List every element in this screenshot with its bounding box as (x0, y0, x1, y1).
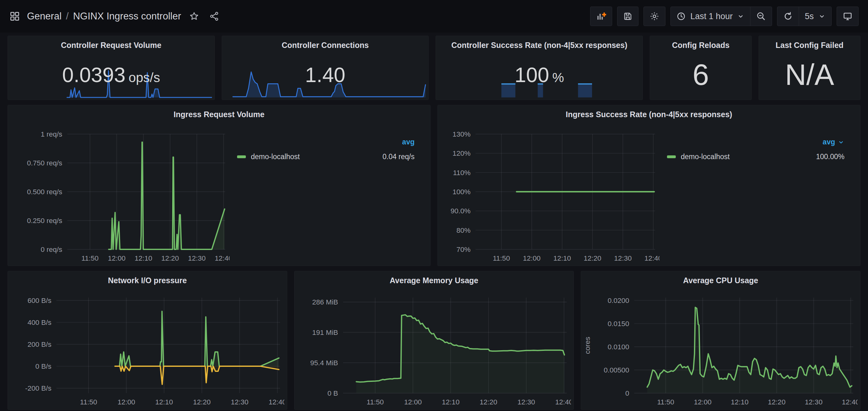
svg-text:12:10: 12:10 (442, 398, 459, 406)
svg-text:0.500 req/s: 0.500 req/s (27, 188, 62, 196)
dashboard-toolbar: Last 1 hour 5s (590, 7, 859, 26)
panel-average-memory-usage: Average Memory Usage 11:5012:0012:1012:2… (294, 271, 574, 410)
svg-text:191 MiB: 191 MiB (312, 329, 338, 337)
panel-title[interactable]: Controller Request Volume (8, 36, 215, 54)
svg-text:12:30: 12:30 (188, 254, 206, 262)
svg-text:12:40: 12:40 (644, 254, 659, 262)
refresh-button[interactable] (777, 7, 799, 26)
svg-text:12:40: 12:40 (842, 398, 858, 406)
svg-text:12:20: 12:20 (584, 254, 601, 262)
svg-text:12:30: 12:30 (805, 398, 823, 406)
panel-title[interactable]: Config Reloads (650, 36, 751, 54)
page-title[interactable]: NGINX Ingress controller (73, 11, 181, 22)
panel-ingress-success-rate: Ingress Success Rate (non-4|5xx response… (437, 105, 861, 266)
svg-text:11:50: 11:50 (657, 398, 674, 406)
refresh-icon (783, 11, 793, 21)
svg-text:12:00: 12:00 (404, 398, 422, 406)
timeseries-chart[interactable]: 11:5012:0012:1012:2012:3012:4000.005000.… (584, 289, 858, 408)
legend: avg demo-localhost 0.04 req/s (229, 124, 428, 264)
time-picker-group: Last 1 hour (671, 7, 772, 26)
svg-text:0.0150: 0.0150 (608, 320, 629, 328)
clock-icon (676, 11, 686, 21)
panel-config-reloads: Config Reloads 6 (650, 36, 752, 100)
refresh-interval-label: 5s (805, 11, 814, 21)
dashboard-settings-button[interactable] (644, 7, 665, 26)
panel-title[interactable]: Average CPU Usage (581, 271, 860, 289)
panel-title[interactable]: Average Memory Usage (294, 271, 574, 289)
legend: avg demo-localhost 100.00% (659, 124, 858, 264)
svg-text:12:20: 12:20 (480, 398, 497, 406)
panel-title[interactable]: Ingress Request Volume (8, 105, 430, 124)
timeseries-chart[interactable]: 11:5012:0012:1012:2012:3012:400 req/s0.2… (10, 124, 229, 264)
svg-text:400 B/s: 400 B/s (28, 318, 52, 327)
legend-avg-header[interactable]: avg (237, 138, 414, 146)
chevron-down-icon (737, 12, 744, 20)
series-name: demo-localhost (681, 152, 816, 161)
svg-text:11:50: 11:50 (82, 254, 99, 262)
timeseries-chart[interactable]: 11:5012:0012:1012:2012:3012:400 B95.4 Mi… (297, 289, 571, 408)
refresh-interval-picker[interactable]: 5s (799, 7, 831, 26)
series-avg-value: 100.00% (816, 152, 844, 161)
panel-controller-request-volume: Controller Request Volume 0.0393ops/s (7, 36, 215, 100)
legend-row[interactable]: demo-localhost 0.04 req/s (237, 152, 414, 161)
svg-text:12:20: 12:20 (161, 254, 179, 262)
legend-avg-header[interactable]: avg (667, 138, 844, 146)
svg-text:0 B/s: 0 B/s (35, 363, 52, 370)
add-panel-button[interactable] (590, 7, 612, 26)
svg-text:0.00500: 0.00500 (603, 366, 629, 374)
panel-controller-connections: Controller Connections 1.40 (222, 36, 429, 100)
svg-text:1 req/s: 1 req/s (41, 130, 62, 138)
panel-average-cpu-usage: Average CPU Usage 11:5012:0012:1012:2012… (581, 271, 861, 410)
svg-text:12:30: 12:30 (614, 254, 631, 262)
svg-text:12:10: 12:10 (155, 398, 173, 406)
svg-text:90.0%: 90.0% (451, 207, 471, 215)
panel-title[interactable]: Network I/O pressure (8, 271, 287, 289)
series-swatch (667, 156, 676, 158)
save-dashboard-button[interactable] (617, 7, 638, 26)
dashboard-grid: Controller Request Volume 0.0393ops/s Co… (0, 33, 868, 410)
svg-text:110%: 110% (453, 169, 471, 177)
svg-text:12:40: 12:40 (555, 398, 571, 406)
chevron-down-icon (818, 12, 826, 20)
breadcrumb: General / NGINX Ingress controller (27, 11, 181, 22)
star-icon[interactable] (189, 11, 199, 21)
svg-text:11:50: 11:50 (367, 398, 384, 406)
svg-text:100%: 100% (453, 188, 471, 196)
svg-text:200 B/s: 200 B/s (28, 341, 52, 348)
panel-last-config-failed: Last Config Failed N/A (758, 36, 861, 100)
panel-title[interactable]: Last Config Failed (759, 36, 860, 54)
stat-value: 6 (693, 58, 709, 92)
panel-title[interactable]: Ingress Success Rate (non-4|5xx response… (438, 105, 860, 124)
zoom-out-icon (756, 11, 766, 21)
time-range-picker[interactable]: Last 1 hour (671, 7, 750, 26)
series-avg-value: 0.04 req/s (382, 152, 414, 161)
svg-text:286 MiB: 286 MiB (312, 298, 338, 306)
svg-text:-200 B/s: -200 B/s (25, 384, 52, 392)
time-range-label: Last 1 hour (690, 11, 733, 21)
svg-text:80%: 80% (456, 227, 470, 234)
series-name: demo-localhost (251, 152, 382, 161)
legend-row[interactable]: demo-localhost 100.00% (667, 152, 844, 161)
breadcrumb-separator: / (66, 11, 69, 22)
apps-grid-icon[interactable] (9, 11, 20, 22)
svg-text:600 B/s: 600 B/s (28, 297, 52, 305)
svg-text:12:10: 12:10 (553, 254, 571, 262)
svg-text:120%: 120% (453, 149, 471, 157)
stat-value: N/A (785, 58, 834, 92)
svg-text:0.0200: 0.0200 (608, 297, 629, 305)
timeseries-chart[interactable]: 11:5012:0012:1012:2012:3012:40-200 B/s0 … (10, 289, 284, 408)
svg-text:11:50: 11:50 (80, 398, 97, 406)
svg-text:12:10: 12:10 (134, 254, 152, 262)
svg-text:0: 0 (625, 389, 629, 397)
kiosk-mode-button[interactable] (837, 7, 858, 26)
zoom-out-button[interactable] (750, 7, 772, 26)
svg-text:12:00: 12:00 (694, 398, 712, 406)
svg-text:70%: 70% (456, 246, 470, 253)
timeseries-chart[interactable]: 11:5012:0012:1012:2012:3012:4070%80%90.0… (440, 124, 659, 264)
share-icon[interactable] (209, 11, 219, 21)
series-swatch (237, 156, 246, 158)
panel-title[interactable]: Controller Success Rate (non-4|5xx respo… (436, 36, 643, 54)
panel-title[interactable]: Controller Connections (222, 36, 429, 54)
breadcrumb-section[interactable]: General (27, 11, 61, 22)
svg-text:11:50: 11:50 (493, 254, 510, 262)
